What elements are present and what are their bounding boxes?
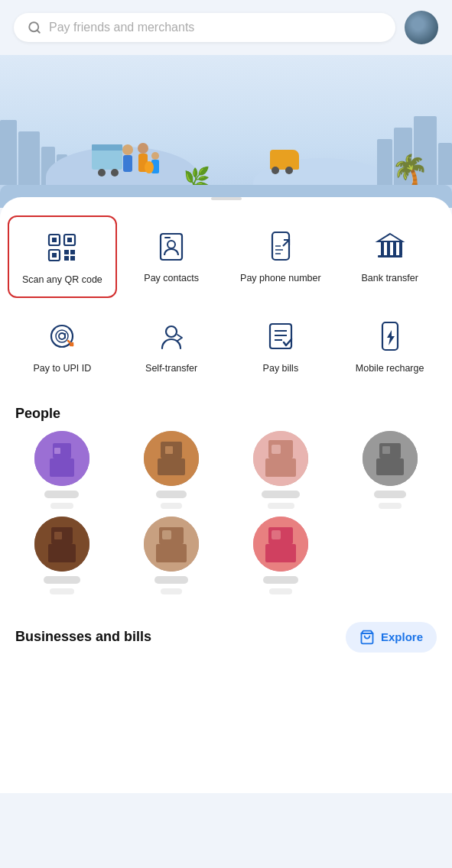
person-sub — [50, 503, 73, 509]
action-self-transfer[interactable]: Self-transfer — [117, 306, 226, 385]
svg-point-8 — [138, 143, 148, 154]
main-card: Scan any QR code Pay contacts — [0, 197, 452, 793]
pay-upi-icon — [42, 316, 82, 356]
svg-rect-7 — [123, 155, 132, 172]
search-placeholder: Pay friends and merchants — [49, 21, 194, 34]
person-name — [262, 491, 300, 498]
action-pay-contacts[interactable]: Pay contacts — [117, 215, 226, 298]
svg-rect-2 — [92, 148, 122, 170]
svg-rect-20 — [70, 250, 75, 254]
pay-bills-label: Pay bills — [263, 362, 299, 374]
svg-rect-36 — [378, 255, 402, 257]
people-illustration — [88, 133, 172, 186]
svg-rect-73 — [272, 530, 281, 539]
svg-rect-56 — [265, 458, 296, 477]
svg-rect-65 — [54, 532, 62, 539]
person-avatar — [144, 517, 199, 572]
svg-rect-22 — [70, 256, 75, 261]
svg-point-39 — [59, 333, 65, 339]
svg-rect-69 — [162, 530, 171, 539]
svg-rect-3 — [92, 144, 122, 151]
scan-qr-icon — [42, 228, 82, 267]
svg-rect-64 — [48, 544, 76, 562]
svg-point-40 — [166, 326, 177, 337]
businesses-bills-title: Businesses and bills — [15, 629, 151, 645]
svg-rect-16 — [67, 238, 72, 242]
action-scan-qr[interactable]: Scan any QR code — [8, 215, 117, 298]
svg-rect-25 — [164, 237, 171, 238]
explore-button[interactable]: Explore — [346, 622, 437, 653]
person-sub — [161, 588, 182, 594]
action-mobile-recharge[interactable]: Mobile recharge — [335, 306, 444, 385]
svg-rect-53 — [165, 446, 173, 454]
mobile-recharge-icon — [370, 316, 410, 356]
people-grid — [0, 431, 452, 594]
person-item[interactable] — [120, 517, 222, 594]
bank-transfer-icon — [370, 226, 410, 266]
person-name — [44, 491, 79, 498]
svg-rect-52 — [158, 458, 185, 475]
svg-rect-72 — [265, 544, 296, 562]
svg-point-38 — [56, 330, 68, 342]
svg-rect-48 — [50, 458, 74, 477]
self-transfer-label: Self-transfer — [145, 362, 197, 374]
header: Pay friends and merchants — [0, 0, 452, 55]
svg-rect-68 — [156, 544, 187, 562]
svg-rect-23 — [161, 234, 182, 260]
person-item[interactable] — [230, 517, 332, 594]
svg-rect-34 — [393, 241, 396, 255]
search-icon — [28, 21, 41, 34]
svg-point-5 — [111, 169, 119, 177]
rickshaw — [270, 150, 299, 170]
svg-rect-19 — [64, 250, 69, 254]
self-transfer-icon — [151, 316, 191, 356]
person-item[interactable] — [11, 431, 112, 509]
person-item[interactable] — [11, 517, 112, 594]
scan-qr-label: Scan any QR code — [22, 274, 102, 286]
palm-icon: 🌴 — [391, 153, 429, 189]
svg-point-10 — [151, 152, 159, 160]
person-avatar — [253, 517, 308, 572]
action-pay-phone[interactable]: Pay phone number — [226, 215, 336, 298]
person-sub — [269, 588, 292, 594]
svg-rect-57 — [272, 445, 281, 454]
person-sub — [50, 588, 74, 594]
person-name — [156, 491, 187, 498]
svg-point-4 — [98, 169, 106, 177]
mobile-recharge-label: Mobile recharge — [356, 362, 424, 374]
svg-point-37 — [51, 326, 73, 347]
action-pay-bills[interactable]: Pay bills — [226, 306, 336, 385]
explore-label[interactable]: Explore — [381, 630, 423, 643]
person-name — [263, 576, 298, 584]
svg-point-12 — [145, 161, 154, 173]
svg-rect-21 — [64, 256, 69, 261]
avatar[interactable] — [405, 11, 438, 44]
drag-handle — [211, 197, 242, 200]
pay-contacts-icon — [151, 226, 191, 266]
svg-line-1 — [37, 30, 39, 32]
svg-point-24 — [167, 241, 175, 248]
person-sub — [161, 503, 182, 509]
svg-marker-31 — [378, 234, 402, 241]
pay-phone-label: Pay phone number — [240, 272, 321, 284]
person-name — [374, 491, 406, 498]
pay-upi-label: Pay to UPI ID — [34, 362, 92, 374]
search-bar[interactable]: Pay friends and merchants — [14, 13, 395, 42]
actions-grid-row2: Pay to UPI ID Self-transfer — [0, 306, 452, 393]
actions-grid-row1: Scan any QR code Pay contacts — [0, 215, 452, 306]
svg-point-6 — [122, 144, 133, 155]
hero-illustration: 🌿 🌴 — [0, 55, 452, 208]
action-bank-transfer[interactable]: Bank transfer — [335, 215, 444, 298]
person-item[interactable] — [120, 431, 222, 509]
svg-line-27 — [283, 240, 289, 246]
person-item[interactable] — [340, 431, 441, 509]
bottom-bar: Businesses and bills Explore — [0, 610, 452, 665]
action-pay-upi[interactable]: Pay to UPI ID — [8, 306, 117, 385]
person-sub — [268, 503, 294, 509]
shopping-bag-icon — [359, 630, 375, 645]
svg-rect-32 — [381, 241, 384, 255]
person-item[interactable] — [230, 431, 332, 509]
people-section-title: People — [0, 394, 452, 431]
person-name — [44, 576, 80, 584]
svg-rect-61 — [382, 446, 390, 454]
